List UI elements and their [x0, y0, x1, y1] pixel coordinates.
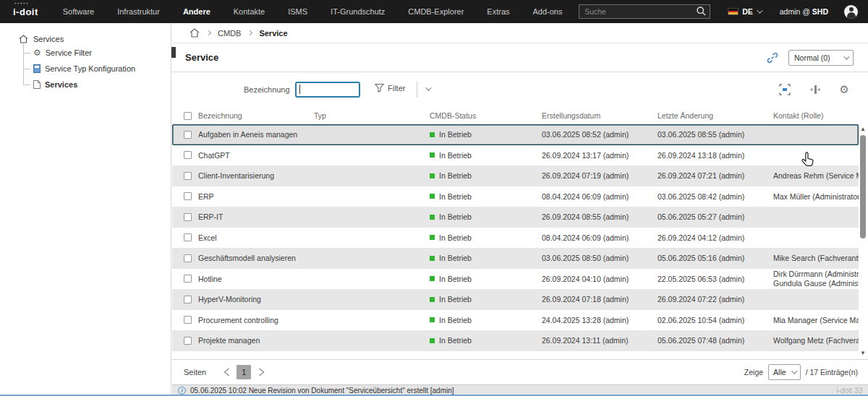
row-checkbox[interactable]	[184, 131, 192, 139]
menu-item-add-ons[interactable]: Add-ons	[533, 7, 563, 16]
cell-erstellungsdatum: 26.09.2024 04:10 (admin)	[542, 275, 658, 283]
scrollbar-thumb[interactable]	[860, 135, 866, 238]
menu-item-andere[interactable]: Andere	[183, 7, 210, 16]
table-container: Aufgaben in Aeneis managen In Betrieb 03…	[172, 124, 868, 359]
cell-letzte-aenderung: 26.09.2024 07:22 (admin)	[658, 295, 773, 304]
row-checkbox[interactable]	[184, 254, 192, 262]
sidebar-item-service-filter[interactable]: ⚙ Service Filter	[23, 45, 171, 61]
row-checkbox[interactable]	[184, 337, 192, 345]
sidebar-item-service-typ-konfiguration[interactable]: Service Typ Konfiguration	[23, 61, 171, 77]
menu-item-extras[interactable]: Extras	[487, 7, 509, 16]
row-checkbox[interactable]	[184, 275, 192, 283]
row-checkbox[interactable]	[184, 192, 192, 200]
menu-item-isms[interactable]: ISMS	[288, 7, 307, 16]
cell-erstellungsdatum: 03.06.2025 08:50 (admin)	[542, 254, 658, 262]
cell-bezeichnung: HyperV-Monitoring	[198, 295, 314, 304]
table-row[interactable]: ERP In Betrieb 08.04.2024 06:09 (admin) …	[172, 186, 859, 207]
table-row[interactable]: Geschäftsmodell analysieren In Betrieb 0…	[172, 248, 859, 269]
chevron-down-icon	[843, 53, 849, 59]
row-checkbox[interactable]	[184, 151, 192, 159]
column-header-bezeichnung[interactable]: Bezeichnung	[198, 111, 314, 120]
cell-bezeichnung: Aufgaben in Aeneis managen	[198, 130, 314, 139]
menu-item-kontakte[interactable]: Kontakte	[234, 7, 265, 16]
row-checkbox[interactable]	[184, 172, 192, 180]
scrollbar-up-arrow[interactable]: ▲	[859, 126, 867, 133]
page-number-button[interactable]: 1	[237, 365, 251, 379]
language-label: DE	[742, 7, 753, 16]
tree-root-services[interactable]: Services	[19, 35, 171, 43]
user-name: admin @	[780, 7, 810, 16]
table-row[interactable]: ERP-IT In Betrieb 26.09.2024 08:55 (admi…	[172, 207, 859, 228]
breadcrumb-item-cmdb[interactable]: CMDB	[218, 29, 241, 38]
scrollbar-down-arrow[interactable]: ▼	[859, 350, 867, 357]
page-size-select[interactable]: Alle	[768, 364, 801, 380]
column-header-cmdb-status[interactable]: CMDB-Status	[430, 111, 542, 120]
previous-page-button[interactable]	[219, 365, 234, 379]
german-flag-icon	[728, 8, 739, 15]
settings-gear-icon[interactable]: ⚙	[840, 85, 849, 95]
sidebar-item-label: Service Filter	[46, 48, 92, 57]
table-row[interactable]: Aufgaben in Aeneis managen In Betrieb 03…	[172, 124, 859, 145]
column-header-kontakt[interactable]: Kontakt (Rolle)	[773, 111, 859, 120]
table-row[interactable]: ChatGPT In Betrieb 26.09.2024 13:17 (adm…	[172, 145, 859, 166]
table-row[interactable]: Hotline In Betrieb 26.09.2024 04:10 (adm…	[172, 269, 859, 290]
table-row[interactable]: Projekte managen In Betrieb 26.09.2024 1…	[172, 330, 859, 351]
view-mode-dropdown[interactable]: Normal (0)	[788, 50, 854, 66]
select-all-checkbox[interactable]	[184, 112, 192, 120]
status-label: In Betrieb	[439, 275, 472, 283]
cell-bezeichnung: ERP-IT	[198, 212, 314, 221]
document-icon	[33, 80, 41, 89]
breadcrumb: CMDB Service	[172, 23, 868, 43]
fit-to-screen-icon[interactable]	[779, 84, 791, 95]
home-icon	[19, 35, 28, 43]
table-row[interactable]: Excel In Betrieb 08.04.2024 06:09 (admin…	[172, 228, 859, 249]
filter-options-chevron-icon[interactable]	[425, 85, 431, 90]
cell-bezeichnung: ERP	[198, 192, 314, 201]
table-row[interactable]: HyperV-Monitoring In Betrieb 26.09.2024 …	[172, 289, 859, 310]
status-label: In Betrieb	[439, 212, 472, 221]
main-menu: Software Infrastruktur Andere Kontakte I…	[63, 7, 563, 16]
row-checkbox[interactable]	[184, 316, 192, 324]
sidebar-item-services[interactable]: Services	[23, 77, 171, 92]
next-page-button[interactable]	[254, 365, 268, 379]
status-label: In Betrieb	[439, 254, 472, 262]
breadcrumb-item-service[interactable]: Service	[259, 29, 287, 38]
menu-item-infrastruktur[interactable]: Infrastruktur	[117, 7, 160, 16]
status-dot-icon	[430, 276, 435, 281]
cell-letzte-aenderung: 26.09.2024 04:12 (admin)	[658, 233, 773, 242]
row-checkbox[interactable]	[184, 296, 192, 304]
global-search	[579, 4, 710, 19]
tree-root-label: Services	[33, 35, 64, 43]
user-avatar[interactable]	[844, 5, 858, 19]
row-checkbox[interactable]	[184, 233, 192, 241]
language-selector[interactable]: DE	[728, 7, 761, 16]
link-icon[interactable]	[767, 52, 778, 64]
bezeichnung-filter-input[interactable]	[295, 82, 360, 98]
column-header-letzte-aenderung[interactable]: Letzte Änderung	[658, 111, 773, 120]
cell-cmdb-status: In Betrieb	[430, 254, 542, 262]
row-checkbox[interactable]	[184, 213, 192, 221]
column-settings-icon[interactable]	[809, 84, 821, 95]
sidebar-collapse-handle[interactable]	[171, 47, 176, 58]
cell-cmdb-status: In Betrieb	[430, 151, 542, 160]
table-row[interactable]: Procurement controlling In Betrieb 24.04…	[172, 310, 859, 331]
title-bar: Service Normal (0)	[172, 43, 868, 72]
app-window: i-doit Software Infrastruktur Andere Kon…	[0, 0, 868, 396]
search-icon[interactable]	[696, 6, 707, 17]
menu-item-it-grundschutz[interactable]: IT-Grundschutz	[331, 7, 385, 16]
logged-in-user: admin @ SHD	[780, 7, 828, 16]
menu-item-cmdb-explorer[interactable]: CMDB-Explorer	[408, 7, 464, 16]
filter-button[interactable]: Filter	[375, 83, 405, 92]
cell-bezeichnung: Procurement controlling	[198, 316, 314, 324]
cell-bezeichnung: ChatGPT	[198, 151, 314, 160]
menu-item-software[interactable]: Software	[63, 7, 94, 16]
services-tree: Services ⚙ Service Filter Service Typ Ko…	[0, 23, 171, 92]
document-blue-icon	[33, 64, 41, 73]
cell-letzte-aenderung: 02.06.2025 10:54 (admin)	[658, 316, 773, 324]
sidebar: Services ⚙ Service Filter Service Typ Ko…	[0, 23, 171, 396]
column-header-typ[interactable]: Typ	[314, 111, 430, 120]
search-input[interactable]	[579, 4, 710, 19]
table-row[interactable]: Client-Inventarisierung In Betrieb 26.09…	[172, 165, 859, 186]
column-header-erstellungsdatum[interactable]: Erstellungsdatum	[542, 111, 658, 120]
home-icon[interactable]	[190, 28, 200, 38]
